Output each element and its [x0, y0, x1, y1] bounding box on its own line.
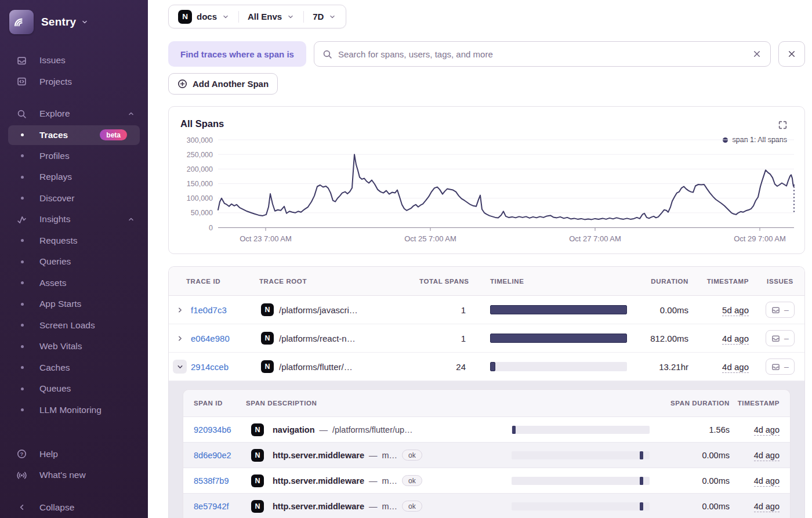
- nextjs-project-icon: N: [261, 303, 274, 316]
- trace-row[interactable]: e064e980 N /platforms/react-n… 1 812.00m…: [169, 324, 804, 353]
- issues-button[interactable]: –: [766, 302, 795, 318]
- trace-row[interactable]: f1e0d7c3 N /platforms/javascri… 1 0.00ms…: [169, 296, 804, 324]
- sidebar-item-label: Web Vitals: [39, 341, 82, 352]
- span-table: SPAN ID SPAN DESCRIPTION SPAN DURATION T…: [183, 389, 791, 518]
- trace-duration: 0.00ms: [626, 305, 691, 315]
- sidebar-item-profiles[interactable]: Profiles: [0, 146, 148, 167]
- sidebar-collapse-button[interactable]: Collapse: [0, 497, 148, 518]
- issues-button[interactable]: –: [766, 330, 795, 346]
- trace-root: /platforms/react-n…: [279, 334, 419, 343]
- sidebar-item-queues[interactable]: Queues: [0, 378, 148, 400]
- span-row[interactable]: 920934b6 N navigation—/platforms/flutter…: [183, 416, 790, 442]
- pulse-icon: [16, 215, 27, 224]
- col-trace-root: TRACE ROOT: [256, 278, 419, 285]
- bullet-icon: [21, 345, 24, 348]
- total-spans: 24: [419, 362, 470, 372]
- sidebar-item-web-vitals[interactable]: Web Vitals: [0, 336, 148, 357]
- sidebar-item-llm-monitoring[interactable]: LLM Monitoring: [0, 400, 148, 421]
- sidebar-item-help[interactable]: ? Help: [0, 444, 148, 465]
- y-axis-label: 200,000: [187, 165, 213, 173]
- span-id-link[interactable]: 8e57942f: [194, 502, 229, 511]
- remove-span-query-button[interactable]: [778, 41, 805, 67]
- issues-button[interactable]: –: [766, 358, 795, 375]
- sidebar-item-projects[interactable]: Projects: [0, 71, 148, 93]
- timeline-bar[interactable]: [490, 305, 627, 314]
- trace-id-link[interactable]: f1e0d7c3: [191, 305, 227, 315]
- span-query-row: Find traces where a span is: [168, 41, 805, 67]
- span-id-link[interactable]: 920934b6: [194, 425, 231, 434]
- span-timeline-bar[interactable]: [512, 477, 650, 485]
- expand-row-button[interactable]: [173, 331, 187, 345]
- sidebar-item-screen-loads[interactable]: Screen Loads: [0, 315, 148, 336]
- sidebar-item-queries[interactable]: Queries: [0, 251, 148, 273]
- all-spans-chart[interactable]: 300,000250,000200,000150,000100,00050,00…: [169, 107, 804, 253]
- span-timeline-bar[interactable]: [512, 451, 650, 459]
- timeline-bar[interactable]: [490, 362, 627, 371]
- span-timestamp[interactable]: 4d ago: [754, 425, 780, 436]
- clear-search-icon[interactable]: [752, 49, 762, 59]
- timeline-bar[interactable]: [490, 334, 627, 343]
- find-traces-chip: Find traces where a span is: [168, 41, 306, 67]
- span-timeline-bar[interactable]: [512, 426, 650, 434]
- total-spans: 1: [419, 305, 470, 315]
- col-span-description: SPAN DESCRIPTION: [246, 400, 512, 407]
- span-id-link[interactable]: 8538f7b9: [194, 476, 229, 486]
- sidebar-section-label: Explore: [39, 108, 70, 119]
- span-row[interactable]: 8538f7b9 N http.server.middleware—m… ok …: [183, 468, 790, 493]
- sidebar-section-insights[interactable]: Insights: [0, 209, 148, 230]
- trace-timestamp[interactable]: 4d ago: [722, 362, 749, 373]
- broadcast-icon: [16, 470, 27, 480]
- sentry-logo-icon: [9, 10, 34, 34]
- issues-tray-icon: [771, 363, 780, 371]
- span-search-input[interactable]: [338, 49, 746, 59]
- span-row[interactable]: 8e57942f N http.server.middleware—m… ok …: [183, 493, 790, 518]
- sidebar-item-label: Help: [39, 449, 58, 459]
- sidebar-nav: Issues Projects Explore Tracesbeta Profi…: [0, 50, 148, 518]
- nextjs-project-icon: N: [178, 10, 192, 24]
- issues-tray-icon: [771, 306, 780, 314]
- span-timestamp[interactable]: 4d ago: [754, 476, 780, 487]
- expand-row-button[interactable]: [173, 303, 187, 317]
- trace-duration: 13.21hr: [626, 362, 691, 372]
- span-row[interactable]: 8d6e90e2 N http.server.middleware—m… ok …: [183, 442, 790, 468]
- sidebar-item-issues[interactable]: Issues: [0, 50, 148, 71]
- trace-timestamp[interactable]: 4d ago: [722, 334, 749, 345]
- total-spans: 1: [419, 334, 470, 343]
- trace-row[interactable]: 2914cceb N /platforms/flutter/… 24 13.21…: [169, 353, 804, 381]
- sidebar-item-discover[interactable]: Discover: [0, 188, 148, 209]
- add-another-span-button[interactable]: Add Another Span: [168, 73, 278, 95]
- trace-id-link[interactable]: e064e980: [191, 334, 230, 343]
- x-axis-label: Oct 25 7:00 AM: [404, 234, 456, 243]
- sidebar-item-traces[interactable]: Tracesbeta: [8, 125, 140, 145]
- span-timestamp[interactable]: 4d ago: [754, 451, 780, 461]
- trace-table-header: TRACE ID TRACE ROOT TOTAL SPANS TIMELINE…: [169, 267, 804, 296]
- span-id-link[interactable]: 8d6e90e2: [194, 451, 231, 460]
- org-switcher[interactable]: Sentry: [0, 0, 148, 36]
- sidebar-item-what-s-new[interactable]: What's new: [0, 465, 148, 486]
- sidebar-section-explore[interactable]: Explore: [0, 103, 148, 125]
- span-status-badge: ok: [402, 475, 422, 486]
- date-range-selector[interactable]: 7D: [313, 12, 336, 21]
- trace-timestamp[interactable]: 5d ago: [722, 305, 749, 316]
- span-description: http.server.middleware—m… ok: [269, 501, 512, 512]
- sidebar-item-assets[interactable]: Assets: [0, 273, 148, 294]
- sidebar-item-label: Issues: [39, 55, 66, 66]
- project-selector[interactable]: N docs: [178, 10, 230, 24]
- sidebar-item-app-starts[interactable]: App Starts: [0, 294, 148, 315]
- col-timeline: TIMELINE: [470, 278, 626, 285]
- span-timestamp[interactable]: 4d ago: [754, 502, 780, 512]
- sidebar-item-replays[interactable]: Replays: [0, 166, 148, 188]
- y-axis-label: 50,000: [191, 209, 213, 217]
- sidebar-item-caches[interactable]: Caches: [0, 357, 148, 379]
- x-axis-label: Oct 29 7:00 AM: [734, 234, 786, 243]
- date-range-selector-label: 7D: [313, 12, 324, 21]
- collapse-row-button[interactable]: [173, 360, 187, 374]
- span-timeline-bar[interactable]: [512, 502, 650, 510]
- environment-selector[interactable]: All Envs: [248, 12, 295, 21]
- folder-code-icon: [16, 77, 27, 86]
- nextjs-project-icon: N: [251, 500, 264, 513]
- sidebar-item-requests[interactable]: Requests: [0, 230, 148, 252]
- col-total-spans: TOTAL SPANS: [419, 278, 470, 285]
- bullet-icon: [21, 387, 24, 390]
- trace-id-link[interactable]: 2914cceb: [191, 362, 229, 372]
